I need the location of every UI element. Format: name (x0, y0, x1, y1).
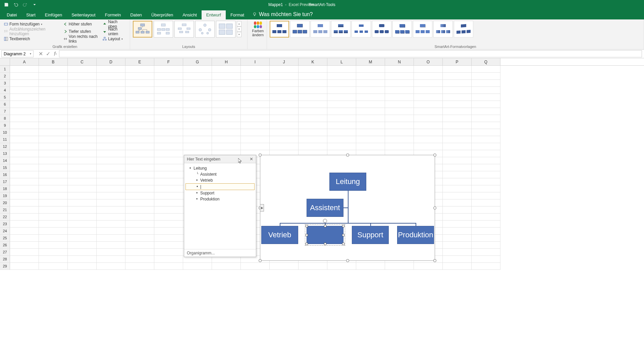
cell[interactable] (356, 115, 385, 122)
cell[interactable] (472, 66, 500, 73)
row-header[interactable]: 5 (0, 94, 10, 101)
cell[interactable] (299, 263, 327, 270)
cell[interactable] (125, 94, 154, 101)
tab-entwurf[interactable]: Entwurf (202, 10, 226, 19)
col-header[interactable]: A (10, 58, 39, 65)
text-pane-header[interactable]: Hier Text eingeben ✕ (184, 155, 256, 163)
cell[interactable] (414, 87, 443, 94)
tab-einfuegen[interactable]: Einfügen (40, 10, 67, 19)
cell[interactable] (356, 101, 385, 108)
cell[interactable] (125, 129, 154, 136)
cell[interactable] (327, 143, 356, 150)
cell[interactable] (472, 164, 500, 171)
cell[interactable] (270, 263, 299, 270)
cell[interactable] (443, 66, 472, 73)
smartart-frame[interactable]: ▶ Leitung Assistent Vetrieb Support Prod… (260, 155, 435, 261)
tab-seitenlayout[interactable]: Seitenlayout (67, 10, 100, 19)
cell[interactable] (39, 192, 68, 199)
cell[interactable] (10, 143, 39, 150)
cell[interactable] (10, 185, 39, 192)
style-option-10[interactable] (454, 21, 473, 38)
cell[interactable] (241, 263, 270, 270)
org-node-leitung[interactable]: Leitung (329, 173, 366, 191)
cell[interactable] (10, 129, 39, 136)
cell[interactable] (270, 122, 299, 129)
cell[interactable] (385, 80, 414, 87)
cell[interactable] (68, 185, 97, 192)
cell[interactable] (327, 122, 356, 129)
cell[interactable] (472, 157, 500, 164)
cell[interactable] (472, 228, 500, 235)
cell[interactable] (10, 221, 39, 228)
cell[interactable] (39, 228, 68, 235)
cell[interactable] (68, 178, 97, 185)
text-pane-item[interactable]: Leitung (185, 165, 255, 171)
cell[interactable] (154, 185, 183, 192)
cell[interactable] (443, 221, 472, 228)
cell[interactable] (356, 143, 385, 150)
row-header[interactable]: 10 (0, 129, 10, 136)
cell[interactable] (212, 80, 241, 87)
frame-handle[interactable] (433, 154, 436, 157)
cell[interactable] (183, 263, 212, 270)
cell[interactable] (10, 242, 39, 249)
cell[interactable] (97, 206, 125, 214)
cell[interactable] (385, 136, 414, 143)
cell[interactable] (68, 101, 97, 108)
cell[interactable] (443, 122, 472, 129)
cell[interactable] (125, 101, 154, 108)
cell[interactable] (97, 235, 125, 242)
cell[interactable] (125, 115, 154, 122)
cell[interactable] (443, 178, 472, 185)
confirm-formula-button[interactable]: ✓ (44, 50, 52, 58)
cell[interactable] (443, 108, 472, 115)
cell[interactable] (241, 101, 270, 108)
cell[interactable] (68, 199, 97, 206)
cell[interactable] (241, 122, 270, 129)
row-header[interactable]: 17 (0, 178, 10, 185)
cell[interactable] (97, 143, 125, 150)
row-header[interactable]: 11 (0, 136, 10, 143)
cell[interactable] (125, 206, 154, 214)
cell[interactable] (39, 178, 68, 185)
tab-start[interactable]: Start (21, 10, 40, 19)
cell[interactable] (183, 143, 212, 150)
cell[interactable] (443, 143, 472, 150)
cell[interactable] (472, 178, 500, 185)
cell[interactable] (154, 129, 183, 136)
cell[interactable] (154, 150, 183, 157)
row-header[interactable]: 18 (0, 185, 10, 192)
cell[interactable] (125, 249, 154, 256)
cell[interactable] (212, 108, 241, 115)
cell[interactable] (97, 185, 125, 192)
save-quick-button[interactable] (2, 1, 11, 9)
cell[interactable] (472, 136, 500, 143)
style-option-4[interactable] (331, 21, 351, 38)
cell[interactable] (385, 263, 414, 270)
qat-customize[interactable] (30, 1, 39, 9)
cell[interactable] (443, 101, 472, 108)
layout-option-2[interactable] (154, 21, 173, 38)
row-header[interactable]: 7 (0, 108, 10, 115)
cell[interactable] (356, 80, 385, 87)
text-pane-item[interactable] (185, 183, 255, 190)
cell[interactable] (97, 263, 125, 270)
cell[interactable] (10, 115, 39, 122)
cell[interactable] (10, 80, 39, 87)
col-header[interactable]: N (385, 58, 414, 65)
col-header[interactable]: O (414, 58, 443, 65)
row-header[interactable]: 29 (0, 263, 10, 270)
cell[interactable] (327, 66, 356, 73)
cell[interactable] (183, 73, 212, 80)
row-header[interactable]: 25 (0, 235, 10, 242)
cell[interactable] (385, 108, 414, 115)
cell[interactable] (241, 129, 270, 136)
row-header[interactable]: 13 (0, 150, 10, 157)
cell[interactable] (183, 129, 212, 136)
cell[interactable] (39, 115, 68, 122)
cell[interactable] (443, 115, 472, 122)
cell[interactable] (299, 122, 327, 129)
column-headers[interactable]: ABCDEFGHIJKLMNOPQ (0, 58, 644, 66)
cell[interactable] (125, 108, 154, 115)
cell[interactable] (183, 87, 212, 94)
